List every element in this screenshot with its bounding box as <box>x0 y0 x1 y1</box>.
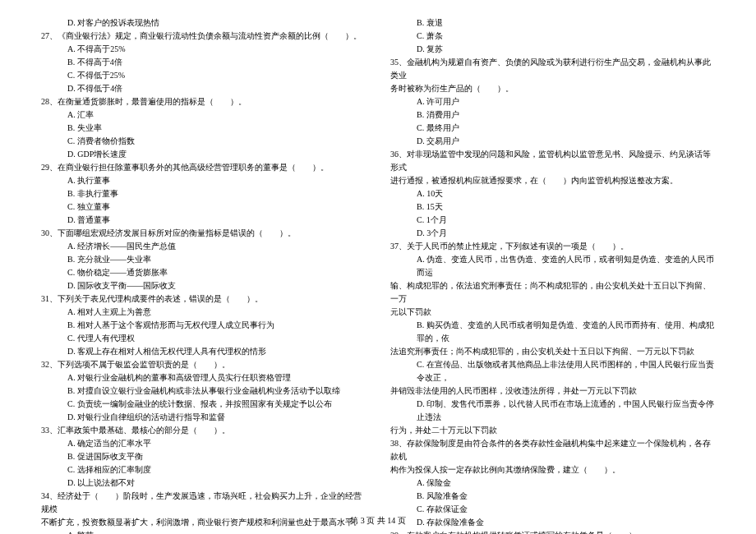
q35-stem-1: 35、金融机构为规避自有资产、负债的风险或为获利进行衍生产品交易，金融机构从事此… <box>390 56 715 82</box>
q38-b: B. 风险准备金 <box>390 490 715 503</box>
opt-d-prev: D. 对客户的投诉表现热情 <box>41 16 366 30</box>
q33-d: D. 以上说法都不对 <box>41 476 366 490</box>
q31-b: B. 相对人基于这个客观情形而与无权代理人成立民事行为 <box>41 319 366 332</box>
q32-b: B. 对擅自设立银行业金融机构或非法从事银行业金融机构业务活动予以取缔 <box>41 384 366 398</box>
q34-a: A. 繁荣 <box>41 529 366 534</box>
q29-a: A. 执行董事 <box>41 174 366 187</box>
q34-stem-1: 34、经济处于（ ）阶段时，生产发展迅速，市场兴旺，社会购买力上升，企业的经营规… <box>41 490 366 516</box>
page-footer: 第 3 页 共 14 页 <box>0 514 756 527</box>
q29-b: B. 非执行董事 <box>41 187 366 200</box>
q38-stem-1: 38、存款保险制度是由符合条件的各类存款性金融机构集中起来建立一个保险机构，各存… <box>390 437 715 463</box>
q30-b: B. 充分就业——失业率 <box>41 253 366 266</box>
q37-b-2: 法追究刑事责任；尚不构成犯罪的，由公安机关处十五日以下拘留、一万元以下罚款 <box>390 345 715 358</box>
q37-a-3: 元以下罚款 <box>390 306 715 319</box>
q27-a: A. 不得高于25% <box>41 43 366 56</box>
q29-d: D. 普通董事 <box>41 214 366 227</box>
right-column: B. 衰退 C. 萧条 D. 复苏 35、金融机构为规避自有资产、负债的风险或为… <box>390 16 715 534</box>
q36-a: A. 10天 <box>390 187 715 200</box>
q31-c: C. 代理人有代理权 <box>41 332 366 345</box>
q32-a: A. 对银行业金融机构的董事和高级管理人员实行任职资格管理 <box>41 371 366 384</box>
q37-a-2: 输、构成犯罪的，依法追究刑事责任；尚不构成犯罪的，由公安机关处十五日以下拘留、一… <box>390 279 715 306</box>
q32-d: D. 对银行业自律组织的活动进行指导和监督 <box>41 411 366 424</box>
q28-c: C. 消费者物价指数 <box>41 135 366 148</box>
q28-b: B. 失业率 <box>41 122 366 135</box>
q27-b: B. 不得高于4倍 <box>41 56 366 69</box>
q36-stem-1: 36、对非现场监管中发现的问题和风险，监管机构以监管意见书、风险提示、约见谈话等… <box>390 148 715 174</box>
q37-d-1: D. 印制、发售代币票券，以代替人民币在市场上流通的，中国人民银行应当责令停止违… <box>390 398 715 424</box>
q27-c: C. 不得低于25% <box>41 69 366 82</box>
q37-stem: 37、关于人民币的禁止性规定，下列叙述有误的一项是（ ）。 <box>390 240 715 253</box>
q37-a-1: A. 伪造、变造人民币，出售伪造、变造的人民币，或者明知是伪造、变造的人民币而运 <box>390 253 715 279</box>
q33-b: B. 促进国际收支平衡 <box>41 450 366 463</box>
q31-d: D. 客观上存在相对人相信无权代理人具有代理权的情形 <box>41 345 366 358</box>
q34-c: C. 萧条 <box>390 30 715 43</box>
q33-a: A. 确定适当的汇率水平 <box>41 437 366 450</box>
q31-stem: 31、下列关于表见代理构成要件的表述，错误的是（ ）。 <box>41 292 366 306</box>
q37-d-2: 行为，并处二十万元以下罚款 <box>390 424 715 437</box>
q27-d: D. 不得低于4倍 <box>41 82 366 95</box>
q30-c: C. 物价稳定——通货膨胀率 <box>41 266 366 279</box>
q28-d: D. GDP增长速度 <box>41 148 366 161</box>
q36-d: D. 3个月 <box>390 227 715 240</box>
q35-stem-2: 务时被称为衍生产品的（ ）。 <box>390 82 715 95</box>
q34-b: B. 衰退 <box>390 16 715 30</box>
q38-a: A. 保险金 <box>390 476 715 490</box>
q36-stem-2: 进行通报，被通报机构应就通报要求，在（ ）内向监管机构报送整改方案。 <box>390 174 715 187</box>
q35-b: B. 消费用户 <box>390 108 715 122</box>
q36-b: B. 15天 <box>390 200 715 214</box>
q38-stem-2: 构作为投保人按一定存款比例向其缴纳保险费，建立（ ）。 <box>390 463 715 476</box>
q33-stem: 33、汇率政策中最基础、最核心的部分是（ ）。 <box>41 424 366 437</box>
q32-stem: 32、下列选项不属于银监会监管职责的是（ ）。 <box>41 358 366 371</box>
q35-d: D. 交易用户 <box>390 135 715 148</box>
q28-stem: 28、在衡量通货膨胀时，最普遍使用的指标是（ ）。 <box>41 95 366 108</box>
q29-c: C. 独立董事 <box>41 200 366 214</box>
q30-a: A. 经济增长——国民生产总值 <box>41 240 366 253</box>
q37-b-1: B. 购买伪造、变造的人民币或者明知是伪造、变造的人民币而持有、使用、构成犯罪的… <box>390 319 715 345</box>
q35-c: C. 最终用户 <box>390 122 715 135</box>
q37-c-2: 并销毁非法使用的人民币图样，没收违法所得，并处一万元以下罚款 <box>390 384 715 398</box>
q36-c: C. 1个月 <box>390 214 715 227</box>
left-column: D. 对客户的投诉表现热情 27、《商业银行法》规定，商业银行流动性负债余额与流… <box>41 16 366 534</box>
q29-stem: 29、在商业银行担任除董事职务外的其他高级经营管理职务的董事是（ ）。 <box>41 161 366 174</box>
q33-c: C. 选择相应的汇率制度 <box>41 463 366 476</box>
q28-a: A. 汇率 <box>41 108 366 122</box>
q32-c: C. 负责统一编制金融业的统计数据、报表，并按照国家有关规定予以公布 <box>41 398 366 411</box>
q39-stem: 39、存款客户向存款机构提供转账凭证或填写的存款凭条是（ ）。 <box>390 529 715 534</box>
q30-stem: 30、下面哪组宏观经济发展目标所对应的衡量指标是错误的（ ）。 <box>41 227 366 240</box>
q27-stem: 27、《商业银行法》规定，商业银行流动性负债余额与流动性资产余额的比例（ ）。 <box>41 30 366 43</box>
q34-d: D. 复苏 <box>390 43 715 56</box>
q37-c-1: C. 在宣传品、出版物或者其他商品上非法使用人民币图样的，中国人民银行应当责令改… <box>390 358 715 384</box>
q35-a: A. 许可用户 <box>390 95 715 108</box>
q30-d: D. 国际收支平衡——国际收支 <box>41 279 366 292</box>
q31-a: A. 相对人主观上为善意 <box>41 306 366 319</box>
